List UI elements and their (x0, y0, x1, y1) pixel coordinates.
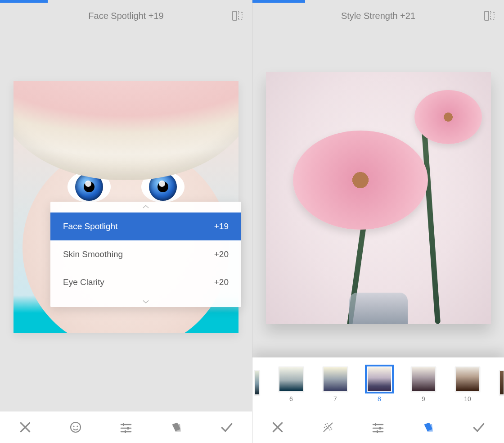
scatter-icon (322, 421, 334, 434)
style-filter-thumb (455, 366, 480, 392)
image-frame: Face Spotlight+19Skin Smoothing+20Eye Cl… (14, 81, 238, 333)
adjustment-row-label: Face Spotlight (63, 222, 117, 231)
style-filter-edge-0[interactable] (254, 370, 260, 399)
adjustment-row-value: +20 (214, 249, 229, 259)
editor-screen-styles: Style Strength +21 678910 (252, 0, 504, 443)
chevron-down-icon (141, 297, 150, 306)
editor-header: Face Spotlight +19 (0, 0, 252, 32)
apply-button[interactable] (218, 418, 236, 436)
adjustment-title: Style Strength +21 (341, 11, 415, 21)
check-icon (220, 420, 234, 434)
style-filter-thumb (367, 366, 392, 392)
adjustment-row-label: Eye Clarity (63, 277, 104, 287)
editor-toolbar (252, 411, 504, 443)
style-filter-thumb (499, 370, 504, 395)
style-filter-edge-6[interactable] (499, 370, 504, 399)
compare-icon (231, 9, 244, 22)
face-button[interactable] (67, 418, 85, 436)
styles-button[interactable] (167, 418, 185, 436)
compare-button[interactable] (231, 9, 244, 22)
chevron-up-icon (141, 203, 150, 212)
style-filter-10[interactable]: 10 (455, 366, 480, 402)
cancel-button[interactable] (16, 418, 34, 436)
style-filter-thumb (254, 370, 260, 395)
image-canvas[interactable] (252, 32, 504, 357)
image-canvas[interactable]: Face Spotlight+19Skin Smoothing+20Eye Cl… (0, 32, 252, 411)
apply-button[interactable] (470, 418, 488, 436)
palette-icon (422, 421, 435, 434)
sliders-icon (120, 421, 132, 434)
adjustment-row-eye-clarity[interactable]: Eye Clarity+20 (50, 268, 241, 296)
adjustment-row-value: +19 (214, 222, 229, 231)
style-filter-strip[interactable]: 678910 (252, 357, 504, 411)
style-filter-6[interactable]: 6 (279, 366, 304, 402)
adjustment-slider-panel[interactable]: Face Spotlight+19Skin Smoothing+20Eye Cl… (50, 202, 241, 307)
style-filter-9[interactable]: 9 (411, 366, 436, 402)
adjustment-row-label: Skin Smoothing (63, 249, 123, 259)
sliders-icon (372, 421, 384, 434)
editor-header: Style Strength +21 (252, 0, 504, 32)
style-filter-thumb (323, 366, 348, 392)
image-frame (266, 72, 491, 324)
compare-button[interactable] (483, 9, 496, 22)
editor-screen-portrait: Face Spotlight +19 Face Spotlight+19Skin… (0, 0, 252, 443)
cancel-button[interactable] (269, 418, 287, 436)
style-filter-label: 8 (378, 395, 381, 402)
palette-icon (170, 421, 183, 434)
tune-button[interactable] (369, 418, 387, 436)
style-filter-label: 7 (333, 395, 337, 402)
style-filter-7[interactable]: 7 (323, 366, 348, 402)
close-icon (18, 420, 32, 434)
styles-button[interactable] (419, 418, 437, 436)
style-filter-label: 6 (289, 395, 293, 402)
check-icon (472, 420, 486, 434)
panel-scroll-down[interactable] (50, 296, 241, 307)
photo-placeholder (266, 72, 491, 324)
tune-button[interactable] (117, 418, 135, 436)
panel-scroll-up[interactable] (50, 202, 241, 212)
adjustment-row-face-spotlight[interactable]: Face Spotlight+19 (50, 212, 241, 240)
close-icon (271, 420, 284, 434)
style-filter-label: 10 (464, 395, 471, 402)
style-filter-thumb (411, 366, 436, 392)
compare-icon (483, 9, 496, 22)
face-icon (69, 421, 82, 434)
style-filter-label: 9 (422, 395, 425, 402)
style-filter-8[interactable]: 8 (367, 366, 392, 402)
editor-toolbar (0, 411, 252, 443)
adjustment-title: Face Spotlight +19 (88, 11, 163, 21)
adjustment-row-value: +20 (214, 277, 229, 287)
adjustment-row-skin-smoothing[interactable]: Skin Smoothing+20 (50, 240, 241, 268)
crosshatch-button[interactable] (319, 418, 337, 436)
style-filter-thumb (279, 366, 304, 392)
